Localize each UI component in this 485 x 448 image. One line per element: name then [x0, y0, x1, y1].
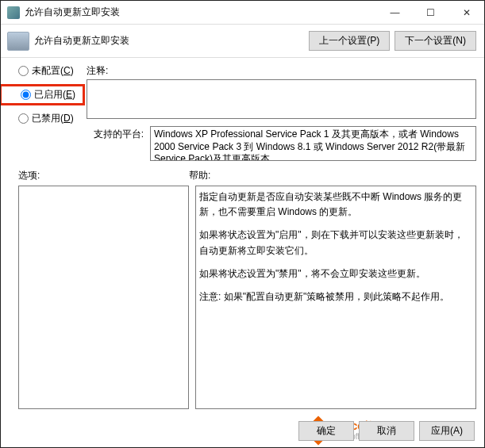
titlebar: 允许自动更新立即安装 — ☐ ✕: [1, 1, 484, 25]
maximize-button[interactable]: ☐: [413, 1, 448, 25]
next-setting-button[interactable]: 下一个设置(N): [395, 31, 476, 51]
app-icon: [7, 6, 20, 19]
help-label: 帮助:: [189, 169, 476, 182]
help-pane[interactable]: 指定自动更新是否应自动安装某些既不中断 Windows 服务的更新，也不需要重启…: [195, 186, 476, 409]
state-radios: 未配置(C) 已启用(E) 已禁用(D): [18, 64, 82, 133]
footer-buttons: 确定 取消 应用(A): [298, 421, 475, 441]
minimize-button[interactable]: —: [377, 1, 413, 25]
options-label: 选项:: [18, 169, 189, 182]
window-title: 允许自动更新立即安装: [25, 6, 377, 19]
policy-title: 允许自动更新立即安装: [34, 34, 309, 48]
policy-icon: [7, 32, 29, 51]
radio-disabled[interactable]: 已禁用(D): [18, 112, 82, 125]
ok-button[interactable]: 确定: [298, 421, 354, 441]
radio-not-configured[interactable]: 未配置(C): [18, 64, 82, 78]
prev-setting-button[interactable]: 上一个设置(P): [309, 31, 390, 51]
radio-enabled-input[interactable]: [21, 90, 31, 100]
help-paragraph: 如果将状态设置为"启用"，则在下载并可以安装这些更新装时，自动更新将立即安装它们…: [199, 228, 472, 258]
header: 允许自动更新立即安装 上一个设置(P) 下一个设置(N): [1, 25, 484, 57]
highlight-box: 已启用(E): [0, 84, 85, 105]
separator: [1, 57, 484, 58]
window-buttons: — ☐ ✕: [377, 1, 484, 25]
apply-button[interactable]: 应用(A): [419, 421, 475, 441]
supported-on-label: 支持的平台:: [87, 126, 144, 141]
options-pane[interactable]: [18, 186, 189, 409]
help-paragraph: 注意: 如果"配置自动更新"策略被禁用，则此策略不起作用。: [199, 289, 472, 304]
help-paragraph: 如果将状态设置为"禁用"，将不会立即安装这些更新。: [199, 266, 472, 281]
supported-on-box[interactable]: Windows XP Professional Service Pack 1 及…: [150, 126, 476, 161]
radio-not-configured-input[interactable]: [18, 66, 29, 76]
close-button[interactable]: ✕: [448, 1, 484, 25]
radio-enabled[interactable]: 已启用(E): [21, 88, 76, 101]
comment-label: 注释:: [87, 64, 476, 78]
comment-input[interactable]: [87, 79, 476, 119]
radio-disabled-input[interactable]: [18, 113, 29, 124]
help-paragraph: 指定自动更新是否应自动安装某些既不中断 Windows 服务的更新，也不需要重启…: [199, 190, 472, 220]
cancel-button[interactable]: 取消: [359, 421, 414, 441]
